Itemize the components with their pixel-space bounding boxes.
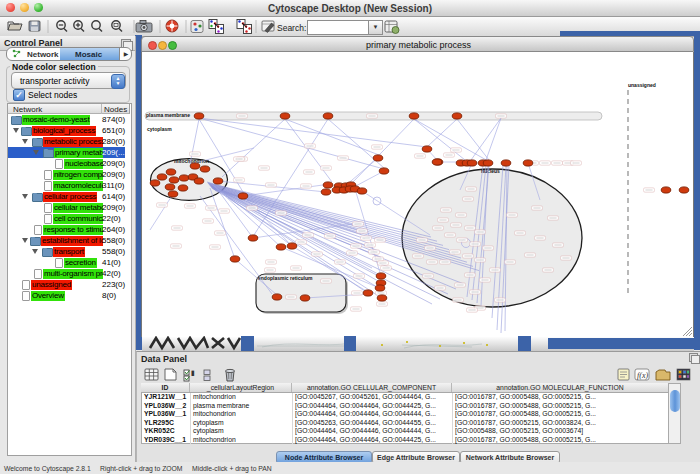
svg-text:unassigned: unassigned	[628, 82, 656, 88]
svg-text:mitochondrion: mitochondrion	[174, 158, 209, 164]
svg-text:▮: ▮	[191, 369, 195, 376]
svg-text:plasma membrane: plasma membrane	[146, 112, 190, 118]
svg-text:cytoplasm: cytoplasm	[147, 126, 172, 132]
svg-text:endoplasmic reticulum: endoplasmic reticulum	[258, 275, 313, 281]
svg-text:f(x): f(x)	[637, 371, 648, 380]
svg-text:nucleus: nucleus	[481, 168, 500, 174]
